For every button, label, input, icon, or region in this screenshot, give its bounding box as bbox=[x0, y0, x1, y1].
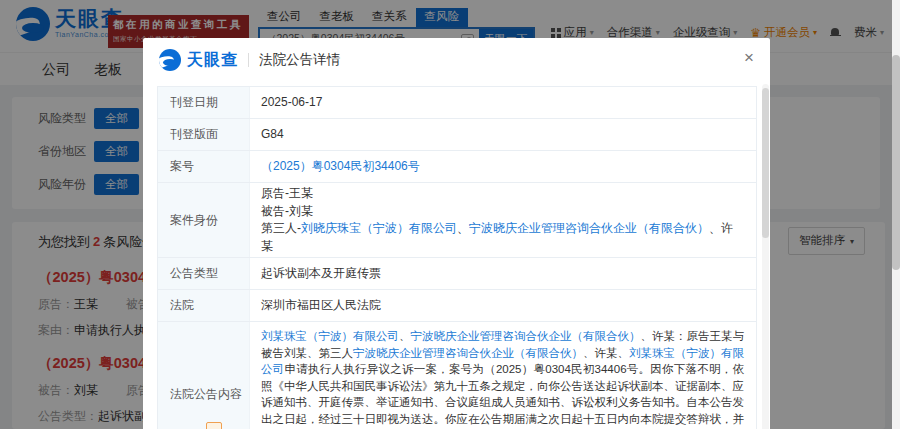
page-scrollbar[interactable] bbox=[892, 0, 900, 429]
divider bbox=[248, 53, 249, 67]
row-publish-date: 刊登日期 2025-06-17 bbox=[158, 87, 756, 119]
announcement-content: 刘某珠宝（宁波）有限公司、宁波晓庆企业管理咨询合伙企业（有限合伙）、许某：原告王… bbox=[250, 322, 756, 429]
modal-scrollbar[interactable] bbox=[762, 84, 769, 429]
third-party-line: 第三人-刘晓庆珠宝（宁波）有限公司、宁波晓庆企业管理咨询合伙企业（有限合伙）、许… bbox=[261, 220, 744, 255]
modal-scrollbar-thumb[interactable] bbox=[762, 88, 769, 238]
close-icon[interactable]: × bbox=[744, 49, 754, 66]
company-link[interactable]: 刘晓庆珠宝（宁波）有限公司 bbox=[301, 221, 457, 235]
row-page-no: 刊登版面 G84 bbox=[158, 119, 756, 151]
detail-table: 刊登日期 2025-06-17 刊登版面 G84 案号 （2025）粤0304民… bbox=[157, 86, 757, 429]
plaintiff-line: 原告-王某 bbox=[261, 185, 744, 203]
row-content: 法院公告内容 刘某珠宝（宁波）有限公司、宁波晓庆企业管理咨询合伙企业（有限合伙）… bbox=[158, 322, 756, 429]
row-court: 法院 深圳市福田区人民法院 bbox=[158, 290, 756, 322]
page-scrollbar-thumb[interactable] bbox=[892, 55, 900, 270]
row-notice-type: 公告类型 起诉状副本及开庭传票 bbox=[158, 258, 756, 290]
row-parties: 案件身份 原告-王某 被告-刘某 第三人-刘晓庆珠宝（宁波）有限公司、宁波晓庆企… bbox=[158, 183, 756, 258]
court-announcement-modal: 天眼查 法院公告详情 × 刊登日期 2025-06-17 刊登版面 G84 案号… bbox=[143, 38, 770, 429]
company-link[interactable]: 宁波晓庆企业管理咨询合伙企业（有限合伙） bbox=[411, 330, 641, 342]
defendant-line: 被告-刘某 bbox=[261, 203, 744, 221]
case-number-link[interactable]: （2025）粤0304民初34406号 bbox=[261, 159, 420, 173]
modal-title: 法院公告详情 bbox=[259, 51, 340, 69]
row-case-no: 案号 （2025）粤0304民初34406号 bbox=[158, 151, 756, 183]
report-badge-icon bbox=[206, 422, 222, 429]
tianyancha-logo-icon bbox=[159, 49, 181, 71]
company-link[interactable]: 宁波晓庆企业管理咨询合伙企业（有限合伙） bbox=[353, 347, 583, 359]
company-link[interactable]: 刘某珠宝（宁波）有限公司 bbox=[261, 330, 399, 342]
modal-header: 天眼查 法院公告详情 bbox=[143, 38, 770, 82]
modal-brand: 天眼查 bbox=[187, 50, 238, 71]
company-link[interactable]: 宁波晓庆企业管理咨询合伙企业（有限合伙） bbox=[469, 221, 709, 235]
